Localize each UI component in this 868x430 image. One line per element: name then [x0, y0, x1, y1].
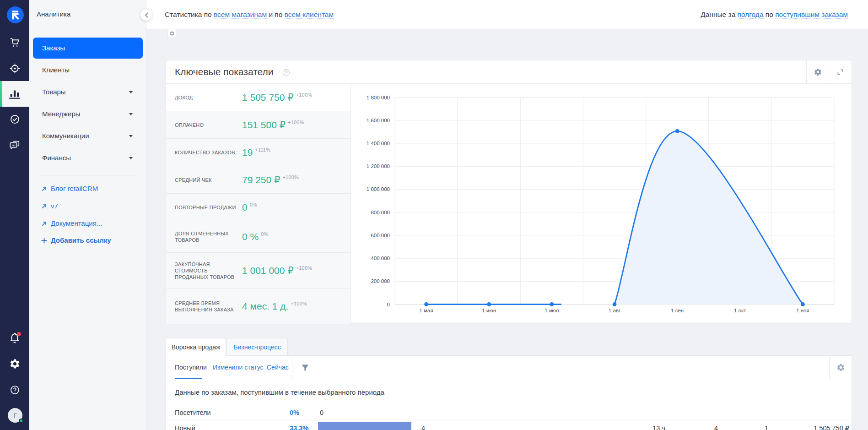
chevron-down-icon [129, 135, 133, 137]
rail-item-notifications[interactable] [0, 325, 29, 351]
data-period-text: Данные за полгода по поступившим заказам [701, 0, 848, 29]
funnel-stage-percent: 0% [290, 409, 299, 416]
notification-badge [17, 332, 21, 336]
avatar[interactable]: Г [8, 408, 22, 423]
sidebar-collapse-button[interactable] [140, 9, 152, 21]
sidebar-link-label: Документация... [51, 219, 102, 227]
metric-value: 79 250 ₽+100% [242, 174, 299, 185]
topbar-text: Данные за [701, 11, 737, 18]
sidebar-item-label: Товары [42, 88, 66, 96]
kpi-settings-button[interactable] [806, 60, 829, 84]
line-chart-svg: 0200 000400 000600 000800 0001 000 0001 … [351, 84, 852, 323]
funnel-tab-sales-funnel[interactable]: Воронка продаж [166, 338, 226, 356]
y-axis-tick-label: 400 000 [371, 256, 390, 261]
funnel-subtab-now[interactable]: Сейчас [267, 356, 287, 379]
gear-icon [169, 31, 175, 36]
sidebar-link-label: v7 [51, 202, 58, 210]
sidebar-item-label: Финансы [42, 154, 71, 162]
retailcrm-logo[interactable] [7, 6, 24, 23]
metric-value: 19+111% [242, 147, 270, 158]
metric-delta: +100% [296, 92, 313, 98]
filter-link[interactable]: поступившим заказам [775, 11, 848, 19]
sidebar-link-3[interactable]: Документация... [41, 219, 102, 227]
rail-item-help[interactable] [0, 377, 29, 403]
y-axis-tick-label: 600 000 [371, 233, 390, 238]
chevron-left-icon [145, 12, 148, 18]
rail-item-chats[interactable] [0, 132, 29, 158]
metric-row: ЗАКУПОЧНАЯ СТОИМОСТЬ ПРОДАННЫХ ТОВАРОВ1 … [166, 253, 351, 289]
chevron-down-icon [129, 91, 133, 93]
y-axis-tick-label: 0 [387, 302, 390, 307]
external-link-icon [41, 220, 47, 226]
metric-delta: 0% [261, 231, 268, 237]
metric-row: СРЕДНИЙ ЧЕК79 250 ₽+100% [166, 166, 351, 194]
filter-link[interactable]: всем клиентам [285, 11, 334, 19]
sidebar-item-products[interactable]: Товары [33, 82, 143, 103]
funnel-subtab-received[interactable]: Поступили [175, 356, 202, 379]
metric-value: 00% [242, 202, 257, 213]
filter-button[interactable] [301, 363, 310, 372]
metric-label: ДОХОД [175, 94, 237, 101]
data-point [550, 302, 554, 306]
funnel-row-visitors[interactable]: Посетители0%0 [166, 405, 852, 420]
rail-item-settings[interactable] [0, 351, 29, 377]
y-axis-tick-label: 1 400 000 [367, 141, 390, 146]
sidebar-link-1[interactable]: Блог retailCRM [41, 185, 98, 192]
sidebar-item-label: Коммуникации [42, 132, 89, 140]
metric-row: ДОХОД1 505 750 ₽+100% [166, 84, 351, 111]
rail-item-delivery[interactable] [0, 55, 29, 81]
funnel-subtab-status-changed[interactable]: Изменили статус [213, 356, 262, 379]
data-point [487, 302, 491, 306]
x-axis-tick-label: 1 ноя [796, 308, 809, 313]
kpi-expand-button[interactable] [829, 60, 852, 84]
metric-delta: +100% [291, 301, 307, 306]
filter-link[interactable]: полгода [738, 11, 764, 19]
gear-icon [9, 358, 21, 370]
x-axis-tick-label: 1 июн [482, 308, 496, 313]
rail-item-tasks[interactable] [0, 106, 29, 132]
filter-link[interactable]: всем магазинам [214, 11, 267, 19]
funnel-row-stat: 1 [757, 425, 776, 430]
avatar-initial: Г [13, 412, 16, 419]
chevron-down-icon [129, 113, 133, 115]
sidebar-item-communications[interactable]: Коммуникации [33, 125, 143, 147]
statistics-scope-text: Статистика по всем магазинам и по всем к… [165, 0, 334, 29]
sidebar-links-divider [37, 175, 139, 175]
sidebar-item-clients[interactable]: Клиенты [33, 60, 143, 81]
funnel-row-stat: 13 ч. [652, 425, 667, 430]
funnel-row-new[interactable]: Новый33,3%413 ч.411 505 750 ₽ [166, 420, 852, 430]
gear-icon [814, 68, 822, 76]
sidebar-link-label: Блог retailCRM [51, 185, 98, 192]
x-axis-tick-label: 1 июл [545, 308, 559, 313]
sidebar-item-managers[interactable]: Менеджеры [33, 103, 143, 125]
metric-delta: 0% [250, 202, 257, 207]
metric-label: ДОЛЯ ОТМЕНЕННЫХ ТОВАРОВ [175, 230, 237, 243]
metric-delta: +100% [296, 265, 313, 271]
funnel-subtabs: ПоступилиИзменили статусСейчас [166, 356, 852, 379]
rail-item-analytics[interactable] [0, 81, 29, 107]
help-icon [9, 384, 21, 396]
subtabs-divider [292, 356, 292, 379]
funnel-row-stat: 1 505 750 ₽ [814, 425, 849, 430]
add-link-button[interactable]: Добавить ссылку [41, 236, 111, 244]
metric-label: СРЕДНЕЕ ВРЕМЯ ВЫПОЛНЕНИЯ ЗАКАЗА [175, 300, 237, 313]
sidebar-link-2[interactable]: v7 [41, 202, 58, 210]
funnel-stage-value: 4 [421, 425, 425, 430]
dashboard-settings-button[interactable] [167, 29, 176, 38]
chevron-down-icon [129, 157, 133, 159]
rail-item-orders[interactable] [0, 30, 29, 56]
help-icon[interactable]: ? [283, 69, 290, 76]
metric-label: КОЛИЧЕСТВО ЗАКАЗОВ [175, 149, 237, 156]
funnel-stage-value: 0 [320, 409, 323, 416]
data-point [675, 129, 679, 133]
expand-icon [836, 68, 844, 76]
metric-delta: +100% [288, 120, 304, 125]
revenue-line-chart: 0200 000400 000600 000800 0001 000 0001 … [351, 84, 852, 323]
sidebar-item-orders[interactable]: Заказы [33, 38, 143, 59]
funnel-settings-button[interactable] [829, 356, 852, 379]
sidebar-item-finance[interactable]: Финансы [33, 147, 143, 169]
topbar-text: по [764, 11, 776, 18]
funnel-tab-business-process[interactable]: Бизнес-процесс [226, 338, 288, 356]
y-axis-tick-label: 200 000 [371, 278, 390, 284]
cart-icon [9, 37, 21, 49]
